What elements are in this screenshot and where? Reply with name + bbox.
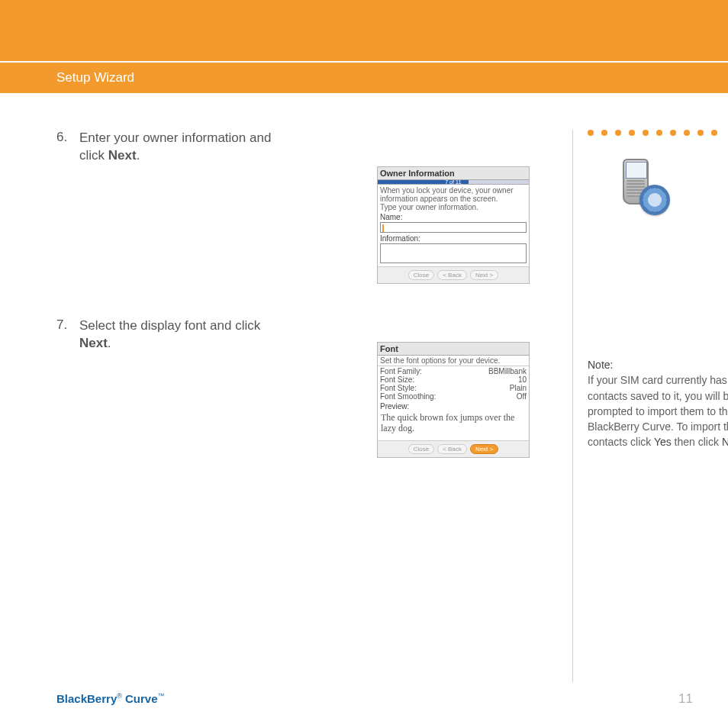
gear-shape <box>639 185 670 215</box>
dot-icon <box>588 130 594 136</box>
dot-icon <box>670 130 676 136</box>
note-label: Note: <box>588 359 613 371</box>
dot-icon <box>684 130 690 136</box>
header-bar <box>0 0 728 61</box>
next-button[interactable]: Next > <box>470 444 498 454</box>
font-row-size: Font Size:10 <box>380 375 527 384</box>
row-key: Font Family: <box>380 367 422 375</box>
sidebar-note: Note: If your SIM card currently has con… <box>588 357 728 450</box>
name-input[interactable] <box>380 222 527 233</box>
back-button[interactable]: < Back <box>437 270 467 280</box>
step-number: 7. <box>56 317 79 353</box>
row-key: Font Style: <box>380 384 417 392</box>
shot-msg: When you lock your device, your owner in… <box>380 186 527 203</box>
left-column: 6. Enter your owner information and clic… <box>56 130 545 366</box>
row-val: Off <box>517 392 527 401</box>
shot-body: When you lock your device, your owner in… <box>378 185 529 266</box>
page-footer: BlackBerry® Curve™ 11 <box>56 691 693 707</box>
screenshot-owner-info: Owner Information 7 of 11 When you lock … <box>377 166 530 284</box>
back-button[interactable]: < Back <box>437 444 467 454</box>
section-title: Setup Wizard <box>56 70 134 85</box>
phone-settings-icon <box>618 159 672 220</box>
note-text-b: then click <box>672 436 722 448</box>
step-text: Enter your owner information and click N… <box>79 130 278 165</box>
row-val: 10 <box>518 375 527 384</box>
step-number: 6. <box>56 130 79 165</box>
preview-text: The quick brown fox jumps over the lazy … <box>380 411 527 439</box>
section-title-bar: Setup Wizard <box>0 63 728 93</box>
brand-a: BlackBerry <box>56 692 117 705</box>
step-text-a: Select the display font and click <box>79 318 260 333</box>
info-label: Information: <box>380 234 527 243</box>
font-row-family: Font Family:BBMillbank <box>380 367 527 375</box>
shot-title: Owner Information <box>378 167 529 180</box>
info-input[interactable] <box>380 243 527 263</box>
brand-mark: BlackBerry® Curve™ <box>56 692 165 705</box>
dot-icon <box>643 130 649 136</box>
step-6: 6. Enter your owner information and clic… <box>56 130 545 165</box>
shot-msg: Set the font options for your device. <box>378 356 529 366</box>
dot-icon <box>697 130 704 136</box>
registered-mark: ® <box>117 692 122 700</box>
dot-icon <box>629 130 635 136</box>
step-text-b: . <box>137 148 140 163</box>
right-column: Note: If your SIM card currently has con… <box>588 130 728 450</box>
close-button[interactable]: Close <box>408 270 434 280</box>
page-number: 11 <box>678 691 693 707</box>
next-button[interactable]: Next > <box>470 270 498 280</box>
decorative-dots <box>588 130 728 136</box>
vertical-divider <box>572 130 573 682</box>
dot-icon <box>615 130 621 136</box>
shot-button-row: Close < Back Next > <box>378 266 529 283</box>
shot-button-row: Close < Back Next > <box>378 440 529 457</box>
step-text-bold: Next <box>79 336 108 350</box>
close-button[interactable]: Close <box>408 444 434 454</box>
brand-b: Curve <box>122 692 158 705</box>
manual-page: Setup Wizard 6. Enter your owner informa… <box>0 0 728 728</box>
name-label: Name: <box>380 213 527 221</box>
shot-title: Font <box>378 343 529 356</box>
row-val: Plain <box>510 384 527 392</box>
step-text: Select the display font and click Next. <box>79 317 278 353</box>
trademark: ™ <box>158 692 165 700</box>
screenshot-font: Font Set the font options for your devic… <box>377 342 530 458</box>
preview-label: Preview: <box>380 402 527 411</box>
font-row-style: Font Style:Plain <box>380 384 527 392</box>
note-next: Next <box>722 436 728 448</box>
shot-body: Set the font options for your device. Fo… <box>378 356 529 440</box>
row-key: Font Size: <box>380 375 414 384</box>
row-val: BBMillbank <box>488 367 527 375</box>
dot-icon <box>711 130 717 136</box>
dot-icon <box>656 130 662 136</box>
row-key: Font Smoothing: <box>380 392 436 401</box>
font-row-smoothing: Font Smoothing:Off <box>380 392 527 401</box>
note-yes: Yes <box>654 436 672 448</box>
content-area: 6. Enter your owner information and clic… <box>56 130 697 682</box>
dot-icon <box>601 130 607 136</box>
shot-prompt: Type your owner information. <box>380 203 527 211</box>
step-text-b: . <box>108 336 111 350</box>
step-text-bold: Next <box>108 148 137 163</box>
